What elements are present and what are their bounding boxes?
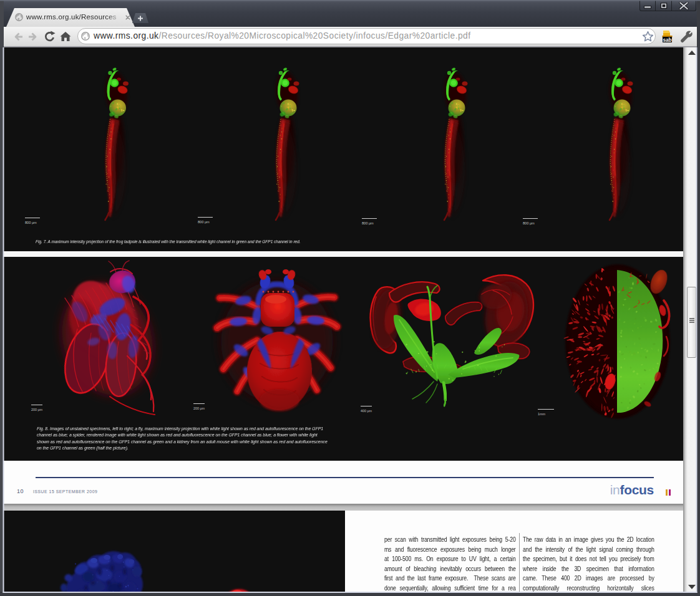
svg-text:sab: sab [663,37,671,43]
svg-text:1mm: 1mm [538,412,545,416]
svg-text:400 μm: 400 μm [361,409,372,413]
svg-text:200 μm: 200 μm [193,406,205,410]
svg-text:200 μm: 200 μm [31,408,43,411]
